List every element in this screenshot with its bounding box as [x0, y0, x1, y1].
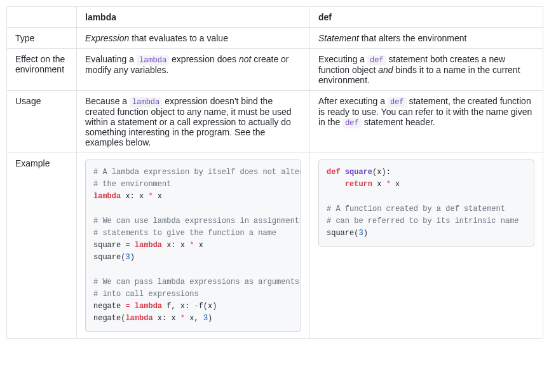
inline-code-lambda: lambda	[137, 55, 169, 65]
code-text: x,	[185, 314, 203, 323]
text: Because a	[85, 96, 130, 106]
code-text: )	[130, 253, 135, 262]
row-label-example: Example	[7, 153, 77, 339]
code-text: (x):	[372, 168, 391, 177]
code-comment: # We can pass lambda expressions as argu…	[93, 278, 299, 287]
code-op: *	[180, 314, 185, 323]
code-number: 3	[203, 314, 208, 323]
code-text: negate	[93, 302, 125, 311]
emphasis: Expression	[85, 33, 129, 43]
code-text: x: x	[153, 314, 180, 323]
code-comment: # We can use lambda expressions in assig…	[93, 217, 299, 226]
header-blank	[7, 7, 77, 28]
code-comment: # A function created by a def statement	[327, 205, 505, 213]
text: that evaluates to a value	[129, 33, 228, 43]
text: statement header.	[362, 117, 435, 127]
code-comment: # A lambda expression by itself does not…	[93, 168, 301, 177]
cell-def-type: Statement that alters the environment	[310, 28, 543, 49]
table-row: Type Expression that evaluates to a valu…	[7, 28, 543, 49]
cell-lambda-example: # A lambda expression by itself does not…	[77, 153, 310, 339]
inline-code-lambda: lambda	[130, 97, 162, 107]
text: Executing a	[318, 54, 367, 64]
code-number: 3	[358, 229, 363, 238]
code-comment: # the environment	[93, 180, 171, 189]
header-lambda: lambda	[77, 7, 310, 28]
code-text: )	[208, 314, 212, 323]
code-keyword: def	[327, 168, 341, 177]
code-keyword: lambda	[135, 302, 162, 311]
code-block-lambda: # A lambda expression by itself does not…	[85, 159, 301, 332]
code-text: x	[194, 241, 203, 250]
code-number: 3	[125, 253, 130, 262]
text: Evaluating a	[85, 54, 137, 64]
emphasis: not	[239, 54, 251, 64]
inline-code-def: def	[388, 97, 407, 107]
code-keyword: lambda	[93, 192, 121, 201]
inline-code-def: def	[342, 118, 362, 128]
code-op: =	[125, 241, 130, 250]
cell-def-effect: Executing a def statement both creates a…	[310, 49, 543, 91]
code-text: )	[363, 229, 368, 238]
row-label-usage: Usage	[7, 91, 77, 153]
code-comment: # can be referred to by its intrinsic na…	[327, 217, 518, 226]
code-comment: # statements to give the function a name	[93, 229, 276, 238]
cell-lambda-effect: Evaluating a lambda expression does not …	[77, 49, 310, 91]
row-label-type: Type	[7, 28, 77, 49]
code-text	[130, 241, 135, 250]
header-def: def	[310, 7, 543, 28]
emphasis: and	[378, 65, 393, 75]
comparison-table: lambda def Type Expression that evaluate…	[6, 6, 543, 339]
code-text	[341, 168, 345, 177]
text: After executing a	[318, 96, 388, 106]
code-text: x	[391, 180, 400, 189]
table-header-row: lambda def	[7, 7, 543, 28]
code-text: x	[372, 180, 386, 189]
code-text: f, x:	[162, 302, 194, 311]
code-text: square	[93, 241, 125, 250]
code-text: f(x)	[199, 302, 217, 311]
code-comment: # into call expressions	[93, 290, 199, 299]
table-row: Usage Because a lambda expression doesn'…	[7, 91, 543, 153]
code-text: x: x	[121, 192, 148, 201]
inline-code-def: def	[367, 55, 386, 65]
code-block-def: def square(x): return x * x # A function…	[318, 159, 534, 247]
code-text	[327, 180, 345, 189]
emphasis: Statement	[318, 33, 359, 43]
code-op: *	[148, 192, 152, 201]
code-text: negate(	[93, 314, 125, 323]
code-op: =	[125, 302, 130, 311]
code-text	[130, 302, 135, 311]
code-keyword: lambda	[125, 314, 152, 323]
text: that alters the environment	[359, 33, 467, 43]
cell-def-example: def square(x): return x * x # A function…	[310, 153, 543, 339]
text: expression does	[169, 54, 239, 64]
code-op: *	[386, 180, 391, 189]
code-op: -	[194, 302, 198, 311]
table-row: Example # A lambda expression by itself …	[7, 153, 543, 339]
code-keyword: return	[345, 180, 372, 189]
code-text: square(	[327, 229, 358, 238]
code-text: square(	[93, 253, 125, 262]
code-keyword: lambda	[135, 241, 162, 250]
row-label-effect: Effect on the environment	[7, 49, 77, 91]
code-text: x: x	[162, 241, 189, 250]
cell-lambda-type: Expression that evaluates to a value	[77, 28, 310, 49]
code-funcname: square	[345, 168, 372, 177]
cell-def-usage: After executing a def statement, the cre…	[310, 91, 543, 153]
table-row: Effect on the environment Evaluating a l…	[7, 49, 543, 91]
cell-lambda-usage: Because a lambda expression doesn't bind…	[77, 91, 310, 153]
code-text: x	[153, 192, 162, 201]
